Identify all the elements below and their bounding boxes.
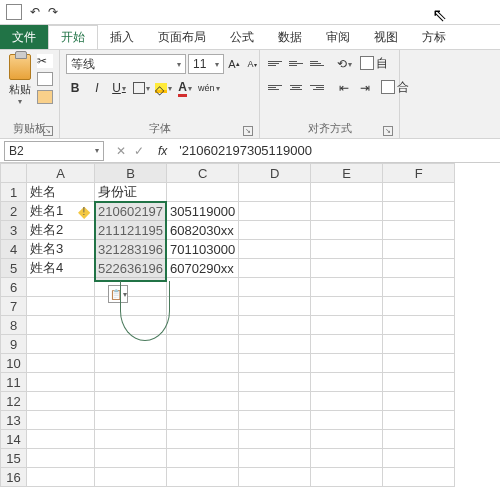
fill-color-button[interactable]: ◇▾ [154,78,172,98]
cell[interactable] [239,354,311,373]
tab-dev[interactable]: 方标 [410,25,458,49]
bold-button[interactable]: B [66,78,84,98]
tab-page-layout[interactable]: 页面布局 [146,25,218,49]
cell[interactable]: 6070290xx [167,259,239,278]
shrink-font-icon[interactable]: A▾ [244,54,260,74]
paste-options-button[interactable]: 📋▾ [108,285,128,303]
phonetic-button[interactable]: wén▾ [198,78,220,98]
cell[interactable]: 321283196 [95,240,167,259]
cell[interactable] [239,240,311,259]
cell[interactable] [27,335,95,354]
expand-icon[interactable]: ↘ [43,126,53,136]
cell[interactable] [239,449,311,468]
cell[interactable] [383,449,455,468]
cell[interactable] [95,392,167,411]
grow-font-icon[interactable]: A▴ [226,54,242,74]
format-painter-icon[interactable] [37,90,53,104]
cell[interactable] [311,392,383,411]
col-header-b[interactable]: B [95,164,167,183]
tab-view[interactable]: 视图 [362,25,410,49]
save-icon[interactable] [6,4,22,20]
increase-indent-icon[interactable]: ⇥ [356,78,374,98]
cell[interactable] [311,449,383,468]
cell[interactable] [311,278,383,297]
cell[interactable] [311,373,383,392]
cell[interactable] [383,202,455,221]
cell[interactable] [95,297,167,316]
cell[interactable] [95,468,167,487]
cell[interactable] [239,335,311,354]
row-header[interactable]: 5 [1,259,27,278]
cell[interactable] [383,316,455,335]
select-all-corner[interactable] [1,164,27,183]
undo-icon[interactable]: ↶ [30,5,40,19]
italic-button[interactable]: I [88,78,106,98]
cell[interactable] [383,468,455,487]
worksheet-grid[interactable]: A B C D E F 1姓名身份证 2姓名121060219730511900… [0,163,500,487]
col-header-c[interactable]: C [167,164,239,183]
cell[interactable] [311,221,383,240]
cell[interactable] [239,373,311,392]
orientation-icon[interactable]: ⟲▾ [335,54,353,74]
cancel-icon[interactable]: ✕ [116,144,126,158]
cell[interactable]: 6082030xx [167,221,239,240]
cell[interactable] [95,449,167,468]
cell[interactable] [239,430,311,449]
cell[interactable] [167,449,239,468]
cell[interactable] [383,183,455,202]
row-header[interactable]: 8 [1,316,27,335]
cell[interactable]: 身份证 [95,183,167,202]
cell[interactable] [239,221,311,240]
cell[interactable]: 210602197 [95,202,167,221]
cell[interactable] [311,297,383,316]
cell[interactable] [311,240,383,259]
row-header[interactable]: 11 [1,373,27,392]
row-header[interactable]: 7 [1,297,27,316]
row-header[interactable]: 9 [1,335,27,354]
border-button[interactable]: ▾ [132,78,150,98]
cell[interactable] [311,335,383,354]
merge-button[interactable]: 合 [377,78,413,96]
align-top-icon[interactable] [266,54,284,72]
font-name-select[interactable]: 等线▾ [66,54,186,74]
row-header[interactable]: 4 [1,240,27,259]
cell[interactable] [239,297,311,316]
cell[interactable] [311,202,383,221]
font-size-select[interactable]: 11▾ [188,54,224,74]
cell[interactable]: 701103000 [167,240,239,259]
cell[interactable] [95,411,167,430]
cell[interactable] [239,278,311,297]
cell[interactable] [167,411,239,430]
error-indicator-icon[interactable]: ! [76,203,92,219]
fx-icon[interactable]: fx [152,144,173,158]
cell[interactable] [95,278,167,297]
cell[interactable] [239,411,311,430]
cell[interactable] [27,411,95,430]
tab-data[interactable]: 数据 [266,25,314,49]
cell[interactable] [383,430,455,449]
cell[interactable] [27,297,95,316]
cell[interactable]: 211121195 [95,221,167,240]
underline-button[interactable]: U▾ [110,78,128,98]
align-middle-icon[interactable] [287,54,305,72]
cell[interactable] [311,259,383,278]
cell[interactable] [383,240,455,259]
cell[interactable]: 522636196 [95,259,167,278]
cell[interactable] [27,278,95,297]
row-header[interactable]: 3 [1,221,27,240]
tab-insert[interactable]: 插入 [98,25,146,49]
cell[interactable] [167,392,239,411]
expand-icon[interactable]: ↘ [243,126,253,136]
cell[interactable] [383,373,455,392]
copy-icon[interactable] [37,72,53,86]
row-header[interactable]: 13 [1,411,27,430]
tab-review[interactable]: 审阅 [314,25,362,49]
decrease-indent-icon[interactable]: ⇤ [335,78,353,98]
cell[interactable] [95,373,167,392]
row-header[interactable]: 12 [1,392,27,411]
cell[interactable]: 姓名4 [27,259,95,278]
font-color-button[interactable]: A▾ [176,78,194,98]
cell[interactable] [311,316,383,335]
cell[interactable] [95,335,167,354]
align-right-icon[interactable] [308,78,326,96]
